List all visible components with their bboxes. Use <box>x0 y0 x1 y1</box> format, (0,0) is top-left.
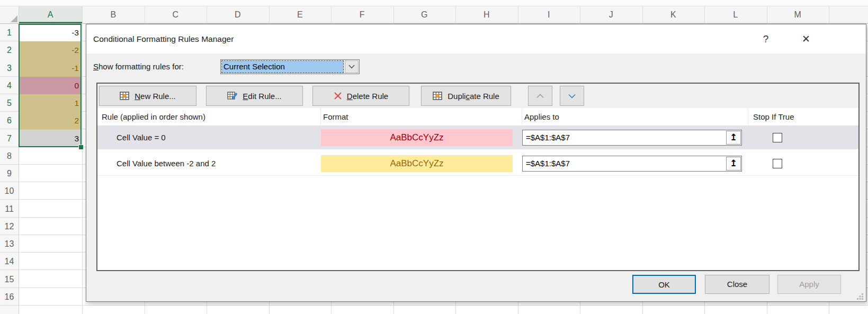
select-all-triangle-icon <box>11 15 17 22</box>
column-header-format: Format <box>321 108 522 125</box>
column-header-D[interactable]: D <box>207 6 269 23</box>
dialog-title: Conditional Formatting Rules Manager <box>93 24 234 53</box>
formula-bar-bottom-strip <box>0 0 868 6</box>
column-header-B[interactable]: B <box>82 6 145 23</box>
stop-if-true-checkbox[interactable] <box>773 133 782 142</box>
column-header-partial[interactable] <box>829 6 868 23</box>
column-header-G[interactable]: G <box>393 6 456 23</box>
edit-rule-label: Edit Rule... <box>243 92 281 101</box>
applies-to-range-input[interactable] <box>523 130 726 145</box>
delete-rule-label: Delete Rule <box>347 92 388 101</box>
format-preview-swatch: AaBbCcYyZz <box>321 129 513 146</box>
new-rule-table-icon <box>120 92 130 101</box>
chevron-up-icon <box>536 94 544 98</box>
show-formatting-rules-label: Show formatting rules for: <box>93 59 184 74</box>
collapse-dialog-range-icon[interactable]: ↥ <box>726 131 741 145</box>
apply-button[interactable]: Apply <box>777 275 841 294</box>
delete-x-icon <box>334 92 342 100</box>
column-header-applies-to: Applies to <box>522 108 748 125</box>
column-header-A[interactable]: A <box>19 6 82 23</box>
rules-toolbar: New Rule... Edit Rule... <box>97 84 858 108</box>
help-icon[interactable]: ? <box>758 31 774 47</box>
duplicate-rule-label: Duplicate Rule <box>448 92 499 101</box>
new-rule-label: New Rule... <box>135 92 176 101</box>
stop-if-true-checkbox[interactable] <box>773 159 782 168</box>
chevron-down-icon <box>568 94 576 98</box>
close-button[interactable]: Close <box>705 275 769 294</box>
edit-rule-pencil-icon <box>227 91 238 101</box>
rule-row-cell-value-between[interactable]: Cell Value between -2 and 2 AaBbCcYyZz ↥ <box>97 151 858 176</box>
rule-description: Cell Value = 0 <box>97 133 321 142</box>
edit-rule-button[interactable]: Edit Rule... <box>206 86 303 106</box>
column-header-I[interactable]: I <box>518 6 580 23</box>
rules-list: Rule (applied in order shown) Format App… <box>97 108 858 270</box>
show-rules-for-dropdown[interactable]: Current Selection <box>220 59 360 74</box>
collapse-dialog-range-icon[interactable]: ↥ <box>726 157 741 171</box>
column-header-L[interactable]: L <box>704 6 767 23</box>
selection-fill-handle[interactable] <box>78 145 84 150</box>
rule-row-cell-value-equals-0[interactable]: Cell Value = 0 AaBbCcYyZz ↥ <box>97 125 858 149</box>
column-header-M[interactable]: M <box>767 6 829 23</box>
dropdown-selected-value[interactable]: Current Selection <box>221 60 344 73</box>
move-rule-up-button[interactable] <box>528 86 552 106</box>
new-rule-button[interactable]: New Rule... <box>99 86 196 106</box>
delete-rule-button[interactable]: Delete Rule <box>312 86 409 106</box>
select-all-corner[interactable] <box>0 6 19 24</box>
duplicate-rule-table-icon <box>433 92 443 101</box>
ok-button[interactable]: OK <box>632 275 696 294</box>
column-header-F[interactable]: F <box>331 6 393 23</box>
format-preview-swatch: AaBbCcYyZz <box>321 155 513 172</box>
column-header-stop-if-true: Stop If True <box>748 108 858 125</box>
column-header-band: ABCDEFGHIJKLM <box>0 6 868 24</box>
rules-list-header: Rule (applied in order shown) Format App… <box>97 108 858 125</box>
duplicate-rule-button[interactable]: Duplicate Rule <box>421 86 511 106</box>
chevron-down-icon <box>348 65 355 69</box>
column-header-C[interactable]: C <box>145 6 207 23</box>
resize-grip[interactable] <box>857 293 864 300</box>
gridline <box>82 6 83 314</box>
conditional-formatting-rules-manager-dialog: Conditional Formatting Rules Manager ? ✕… <box>86 24 866 302</box>
rule-description: Cell Value between -2 and 2 <box>97 159 321 168</box>
move-rule-down-button[interactable] <box>560 86 584 106</box>
column-header-rule: Rule (applied in order shown) <box>97 108 321 125</box>
column-header-J[interactable]: J <box>580 6 642 23</box>
column-header-K[interactable]: K <box>642 6 705 23</box>
applies-to-range-input[interactable] <box>523 156 726 171</box>
column-header-H[interactable]: H <box>455 6 518 23</box>
dropdown-arrow-button[interactable] <box>345 60 359 73</box>
close-icon[interactable]: ✕ <box>798 31 814 47</box>
rules-container: New Rule... Edit Rule... <box>96 83 860 271</box>
dialog-titlebar[interactable]: Conditional Formatting Rules Manager ? ✕ <box>86 24 866 53</box>
selection-border <box>19 24 82 147</box>
column-header-E[interactable]: E <box>269 6 332 23</box>
